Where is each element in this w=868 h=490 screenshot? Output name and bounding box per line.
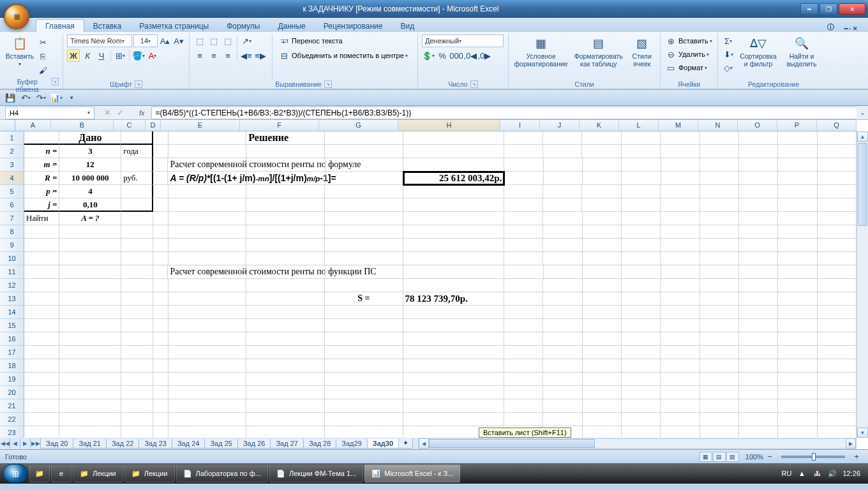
cell-H14[interactable] <box>403 306 504 319</box>
cell-J3[interactable] <box>544 158 583 172</box>
cell-G22[interactable] <box>325 413 403 426</box>
cell-H11[interactable] <box>403 265 504 279</box>
cell-E12[interactable] <box>168 279 247 292</box>
cell-O14[interactable] <box>739 306 778 319</box>
col-header-L[interactable]: L <box>619 120 659 131</box>
cell-O15[interactable] <box>739 319 778 332</box>
cell-O13[interactable] <box>739 292 778 306</box>
sheet-tab-10[interactable]: Зад30 <box>367 439 399 449</box>
col-header-E[interactable]: E <box>161 120 240 131</box>
cell-N11[interactable] <box>700 265 739 279</box>
cell-A5[interactable]: p = <box>24 185 59 198</box>
cell-H20[interactable] <box>403 386 504 399</box>
row-header-19[interactable]: 19 <box>0 373 24 386</box>
cell-I1[interactable] <box>504 131 543 145</box>
number-format-select[interactable]: Денежный <box>422 34 504 47</box>
borders-button[interactable]: ⊞ <box>114 49 126 62</box>
cell-K21[interactable] <box>583 399 622 413</box>
scroll-left-button[interactable]: ◀ <box>419 438 429 449</box>
cell-Q17[interactable] <box>818 346 857 359</box>
tab-view[interactable]: Вид <box>391 20 423 32</box>
cell-P12[interactable] <box>778 279 817 292</box>
cell-I3[interactable] <box>504 158 543 172</box>
cell-Q11[interactable] <box>818 265 857 279</box>
cell-G8[interactable] <box>325 225 403 239</box>
col-header-G[interactable]: G <box>319 120 398 131</box>
cell-N19[interactable] <box>700 373 739 386</box>
cell-D5[interactable] <box>153 185 168 198</box>
cell-G13[interactable]: S = <box>325 292 403 306</box>
help-icon[interactable]: ⓘ <box>822 22 839 32</box>
row-header-22[interactable]: 22 <box>0 413 24 426</box>
row-header-7[interactable]: 7 <box>0 212 24 225</box>
cell-E23[interactable] <box>168 426 247 438</box>
cell-P3[interactable] <box>778 158 817 172</box>
cell-G11[interactable] <box>326 265 403 279</box>
cell-G4[interactable] <box>326 172 403 185</box>
row-header-1[interactable]: 1 <box>0 131 24 145</box>
number-launcher[interactable]: ↘ <box>470 80 478 88</box>
cell-C19[interactable] <box>121 373 153 386</box>
cell-styles-button[interactable]: ▧Стили ячеек <box>627 34 656 79</box>
cell-L10[interactable] <box>622 252 661 265</box>
cell-I11[interactable] <box>504 265 543 279</box>
new-sheet-button[interactable]: ✦ <box>398 438 413 449</box>
cell-K18[interactable] <box>583 359 622 373</box>
cell-M14[interactable] <box>661 306 700 319</box>
col-header-C[interactable]: C <box>114 120 146 131</box>
cell-Q23[interactable] <box>818 426 857 438</box>
cell-J8[interactable] <box>543 225 582 239</box>
maximize-button[interactable]: ❐ <box>819 3 837 15</box>
cell-K3[interactable] <box>583 158 622 172</box>
cell-G20[interactable] <box>325 386 403 399</box>
cell-N3[interactable] <box>700 158 739 172</box>
select-all-button[interactable] <box>0 120 15 131</box>
cell-P23[interactable] <box>778 426 817 438</box>
cell-I13[interactable] <box>504 292 543 306</box>
cell-B2[interactable]: 3 <box>59 145 121 158</box>
cell-J1[interactable] <box>543 131 582 145</box>
sheet-nav-first[interactable]: ◀◀ <box>0 438 10 449</box>
cell-I10[interactable] <box>504 252 543 265</box>
row-header-10[interactable]: 10 <box>0 252 24 265</box>
cell-I19[interactable] <box>504 373 543 386</box>
taskbar-item-2[interactable]: 📄 Лабораторка по ф... <box>176 464 268 482</box>
wrap-text-button[interactable]: ⮒Перенос текста <box>278 34 414 47</box>
cell-G18[interactable] <box>325 359 403 373</box>
cell-Q21[interactable] <box>818 399 857 413</box>
cell-F2[interactable] <box>246 145 325 158</box>
cell-A19[interactable] <box>24 373 59 386</box>
cell-L2[interactable] <box>622 145 661 158</box>
cell-N10[interactable] <box>700 252 739 265</box>
cell-K4[interactable] <box>583 172 622 185</box>
cell-N6[interactable] <box>700 198 739 212</box>
zoom-in-button[interactable]: + <box>850 450 863 463</box>
cell-B22[interactable] <box>59 413 121 426</box>
cell-E8[interactable] <box>168 225 247 239</box>
cell-E16[interactable] <box>168 332 247 346</box>
cell-C23[interactable] <box>121 426 153 438</box>
cell-C15[interactable] <box>121 319 153 332</box>
cell-M23[interactable] <box>661 426 700 438</box>
cell-H18[interactable] <box>403 359 504 373</box>
view-layout-button[interactable]: ▤ <box>713 452 726 462</box>
cell-F9[interactable] <box>246 239 325 252</box>
cell-Q15[interactable] <box>818 319 857 332</box>
cell-N1[interactable] <box>700 131 739 145</box>
cell-M7[interactable] <box>661 212 700 225</box>
cell-F16[interactable] <box>246 332 325 346</box>
cell-O12[interactable] <box>739 279 778 292</box>
cell-L19[interactable] <box>622 373 661 386</box>
sheet-tab-0[interactable]: Зад 20 <box>40 439 73 449</box>
cell-N21[interactable] <box>700 399 739 413</box>
cell-K11[interactable] <box>583 265 622 279</box>
cell-B5[interactable]: 4 <box>59 185 121 198</box>
orientation-icon[interactable]: ↗ <box>240 34 253 47</box>
autosum-icon[interactable]: Σ <box>722 34 735 47</box>
cell-J19[interactable] <box>543 373 582 386</box>
cell-L17[interactable] <box>622 346 661 359</box>
cell-A20[interactable] <box>24 386 59 399</box>
cell-P14[interactable] <box>778 306 817 319</box>
cell-B20[interactable] <box>59 386 121 399</box>
cell-C18[interactable] <box>121 359 153 373</box>
